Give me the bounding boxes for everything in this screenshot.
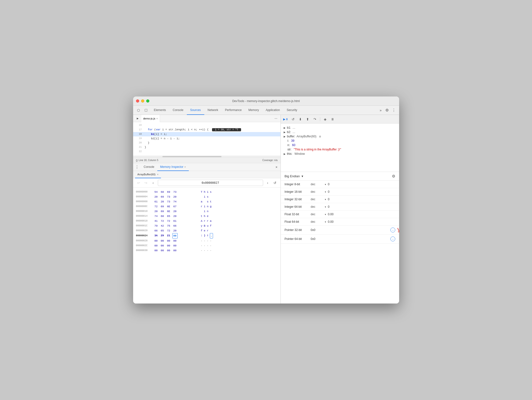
tab-performance[interactable]: Performance <box>222 106 245 115</box>
hex-byte[interactable]: 41 <box>153 219 159 223</box>
minimize-button[interactable] <box>141 99 144 103</box>
scope-this[interactable]: ▶ this: Window <box>281 152 399 156</box>
arraybuffer-tab[interactable]: ArrayBuffer(60) × <box>135 171 161 178</box>
hex-byte[interactable]: 75 <box>166 223 171 228</box>
vi-dropdown-float32[interactable]: ▾ <box>325 213 326 216</box>
hex-byte[interactable]: 00 <box>153 243 159 248</box>
tab-console[interactable]: Console <box>169 106 187 115</box>
hex-byte[interactable]: 66 <box>172 223 178 228</box>
hex-byte[interactable]: 69 <box>166 190 171 194</box>
nav-refresh-button[interactable]: ↺ <box>272 180 278 185</box>
code-scrollbar[interactable] <box>133 156 281 157</box>
pause-on-exceptions-button[interactable]: ⏸ <box>329 116 336 122</box>
step-out-button[interactable]: ⬆ <box>304 116 311 122</box>
hex-byte[interactable]: 00 <box>172 248 178 253</box>
settings-icon[interactable]: ⚙ <box>384 107 390 114</box>
hex-byte[interactable]: 74 <box>172 199 178 204</box>
close-button[interactable] <box>136 99 139 103</box>
hex-byte[interactable]: 68 <box>160 214 165 219</box>
hex-byte[interactable]: 3A <box>153 233 159 238</box>
tab-application[interactable]: Application <box>262 106 283 115</box>
hex-byte[interactable]: 54 <box>153 190 159 194</box>
tab-security[interactable]: Security <box>283 106 300 115</box>
value-inspector-settings-icon[interactable]: ⚙ <box>392 174 395 178</box>
hex-byte[interactable]: 00 <box>160 243 165 248</box>
vi-dropdown-int32[interactable]: ▾ <box>325 198 326 201</box>
more-options-icon[interactable]: ⋮ <box>390 107 397 114</box>
tab-sources[interactable]: Sources <box>187 106 204 115</box>
hex-byte[interactable]: 68 <box>160 190 165 194</box>
tab-elements[interactable]: Elements <box>151 106 169 115</box>
scroll-thumb[interactable] <box>162 156 221 157</box>
maximize-button[interactable] <box>146 99 149 103</box>
nav-forward-button[interactable]: ↪ <box>143 180 149 185</box>
resume-button[interactable]: ▶⏸ <box>283 116 289 122</box>
nav-next-button[interactable]: › <box>265 180 270 185</box>
pointer-64-navigate-icon[interactable]: → <box>390 237 395 241</box>
panel-menu-icon[interactable]: ⋮ <box>135 165 139 169</box>
hex-byte[interactable]: 20 <box>172 228 178 233</box>
step-into-button[interactable]: ⬇ <box>297 116 304 122</box>
address-input[interactable] <box>158 180 263 186</box>
vi-dropdown-int16[interactable]: ▾ <box>325 191 326 193</box>
scope-buffer[interactable]: ▶ buffer: ArrayBuffer(60) 🖥 <box>281 134 399 139</box>
hex-byte[interactable]: 66 <box>153 228 159 233</box>
endian-dropdown[interactable]: ▾ <box>302 174 303 178</box>
hex-byte[interactable]: 65 <box>166 214 171 219</box>
hex-byte[interactable]: 00 <box>153 248 159 253</box>
hex-byte[interactable]: 42 <box>160 223 165 228</box>
hex-byte[interactable]: 67 <box>172 204 178 209</box>
hex-byte[interactable]: 00 <box>172 243 178 248</box>
hex-byte[interactable]: 20 <box>153 194 159 199</box>
hex-byte[interactable]: 72 <box>153 204 159 209</box>
hex-byte[interactable]: 72 <box>166 219 171 223</box>
hex-byte[interactable]: 20 <box>172 214 178 219</box>
hex-byte[interactable]: 20 <box>160 199 165 204</box>
hex-byte[interactable]: 72 <box>160 219 165 223</box>
bottom-panel-close[interactable]: × <box>274 165 278 169</box>
scope-b2[interactable]: ▶ b2: … <box>281 130 399 134</box>
scope-b1[interactable]: ▶ b1: … <box>281 126 399 130</box>
hex-byte[interactable]: 29 <box>160 233 165 238</box>
hex-byte[interactable]: 65 <box>160 228 165 233</box>
hex-byte[interactable]: 00 <box>166 238 171 243</box>
file-tab-close[interactable]: × <box>156 117 158 120</box>
step-over-button[interactable]: ↺ <box>290 116 296 122</box>
hex-byte[interactable]: 6E <box>166 209 171 214</box>
hex-byte[interactable]: 79 <box>153 223 159 228</box>
nav-back-button[interactable]: ↩ <box>136 180 141 185</box>
deactivate-breakpoints-button[interactable]: ◈ <box>322 116 328 122</box>
tab-memory-inspector[interactable]: Memory Inspector × <box>157 163 189 171</box>
hex-byte[interactable]: 72 <box>166 228 171 233</box>
hex-byte[interactable]: 00 <box>153 238 159 243</box>
vi-dropdown-int8[interactable]: ▾ <box>325 183 326 186</box>
tab-memory[interactable]: Memory <box>245 106 262 115</box>
hex-byte[interactable]: 61 <box>172 219 178 223</box>
hex-byte[interactable]: 74 <box>153 214 159 219</box>
hex-byte[interactable]: 73 <box>166 199 171 204</box>
tab-overflow[interactable]: » <box>378 108 384 112</box>
pointer-32-navigate-icon[interactable]: → <box>390 228 395 232</box>
vi-dropdown-int64[interactable]: ▾ <box>325 206 326 208</box>
memory-inspector-tab-close[interactable]: × <box>184 165 186 168</box>
hex-byte[interactable]: 61 <box>153 199 159 204</box>
tab-network[interactable]: Network <box>204 106 222 115</box>
sources-navigator-icon[interactable]: ▶ <box>135 116 140 121</box>
hex-byte[interactable]: 21 <box>166 233 171 238</box>
cursor-icon[interactable]: ⬡ <box>135 107 142 114</box>
file-tab-end-icon[interactable]: ⋯ <box>273 116 279 121</box>
hex-byte[interactable]: 00 <box>172 238 178 243</box>
hex-byte[interactable]: 6E <box>166 204 171 209</box>
hex-byte[interactable]: 20 <box>153 209 159 214</box>
hex-byte[interactable]: 20 <box>172 209 178 214</box>
hex-byte[interactable]: 20 <box>172 194 178 199</box>
hex-byte[interactable]: 69 <box>160 204 165 209</box>
hex-byte[interactable]: 00 <box>166 243 171 248</box>
tab-console-bottom[interactable]: Console <box>141 163 157 171</box>
hex-byte-selected[interactable]: 00 <box>172 233 178 238</box>
hex-byte[interactable]: 73 <box>166 194 171 199</box>
file-tab-demo-js[interactable]: demo-js.js × <box>141 115 160 122</box>
memory-inspector-link-icon[interactable]: 🖥 <box>319 135 321 138</box>
vi-dropdown-float64[interactable]: ▾ <box>325 221 326 223</box>
hex-byte[interactable]: 69 <box>160 209 165 214</box>
